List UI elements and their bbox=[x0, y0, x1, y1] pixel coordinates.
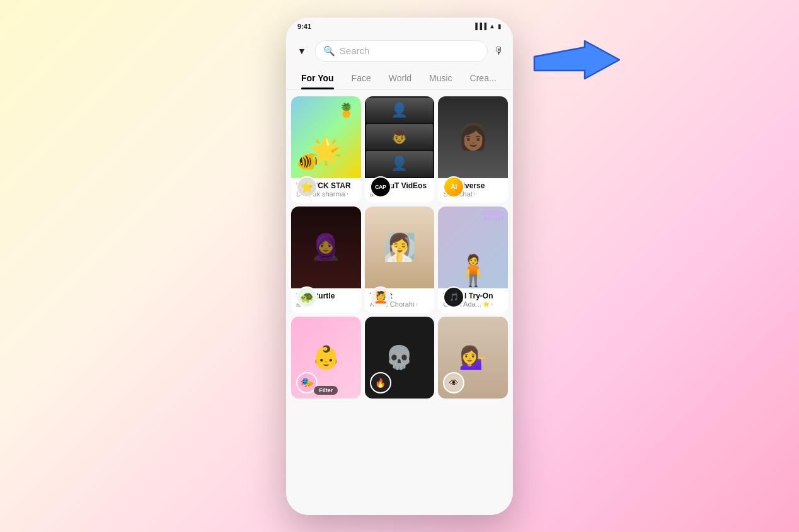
wifi-icon: ▲ bbox=[489, 23, 495, 30]
card-capcut-videos[interactable]: 👤 👦 👤 CAP bbox=[365, 96, 435, 203]
mic-button[interactable]: 🎙 bbox=[494, 45, 504, 57]
card-image-capcut: 👤 👦 👤 bbox=[365, 96, 435, 178]
card-ai-universe[interactable]: 👩🏾 AI AI Universe Snapchat › bbox=[438, 96, 508, 203]
card-image-tervot: 🧖‍♀️ bbox=[365, 207, 435, 288]
creator-avatar-capcut: CAP bbox=[370, 176, 391, 198]
film-frame-3: 👤 bbox=[366, 151, 434, 177]
tab-for-you[interactable]: For You bbox=[292, 67, 343, 89]
battery-icon: ▮ bbox=[498, 23, 502, 30]
tabs-bar: For You Face World Music Crea... bbox=[286, 67, 513, 90]
search-icon: 🔍 bbox=[323, 45, 335, 57]
card-row3c[interactable]: 💁‍♀️ 👁 bbox=[438, 317, 508, 399]
tab-create[interactable]: Crea... bbox=[461, 67, 505, 89]
filter-button[interactable]: Filter bbox=[314, 386, 338, 395]
card-image-virtualtryon: CRASHADAMS 🧍 bbox=[438, 207, 508, 288]
dropdown-button[interactable]: ▼ bbox=[295, 45, 309, 57]
film-frame-1: 👤 bbox=[366, 98, 434, 123]
creator-avatar-row3c: 👁 bbox=[443, 372, 464, 393]
card-row3b[interactable]: 💀 🔥 bbox=[365, 317, 435, 399]
card-patrick-star[interactable]: 🌟 🐠 🍍 ⭐ PATRICK STAR Deepak sharma › bbox=[291, 96, 361, 203]
film-strip: 👤 👦 👤 bbox=[365, 96, 435, 178]
annotation-arrow bbox=[522, 38, 623, 97]
tab-face[interactable]: Face bbox=[343, 67, 380, 89]
search-area: ▼ 🔍 Search 🎙 bbox=[286, 35, 513, 67]
svg-marker-1 bbox=[534, 41, 619, 79]
lens-grid-area: 🌟 🐠 🍍 ⭐ PATRICK STAR Deepak sharma › bbox=[286, 90, 513, 515]
creator-avatar-ai: AI bbox=[443, 176, 464, 198]
card-image-turtle: 🧕 bbox=[291, 207, 361, 288]
tab-music[interactable]: Music bbox=[420, 67, 461, 89]
card-row3a[interactable]: 👶 🎭 Filter bbox=[291, 317, 361, 399]
tab-world[interactable]: World bbox=[380, 67, 420, 89]
phone-frame: 9:41 ▐▐▐ ▲ ▮ ▼ 🔍 Search 🎙 For You Face bbox=[286, 18, 513, 515]
card-virtual-tryon[interactable]: CRASHADAMS 🧍 🎵 Virtual Try-On Crash Ada.… bbox=[438, 207, 508, 313]
creator-avatar-patrick: ⭐ bbox=[296, 176, 318, 198]
creator-avatar-crash: 🎵 bbox=[443, 286, 464, 308]
status-icons: ▐▐▐ ▲ ▮ bbox=[473, 23, 502, 30]
search-bar[interactable]: 🔍 Search bbox=[315, 40, 488, 62]
creator-avatar-row3b: 🔥 bbox=[370, 372, 391, 393]
ai-avatar-icon: AI bbox=[444, 176, 463, 198]
creator-avatar-tervot: 💆 bbox=[370, 286, 391, 308]
status-bar: 9:41 ▐▐▐ ▲ ▮ bbox=[286, 18, 513, 35]
film-frame-2: 👦 bbox=[366, 124, 434, 150]
card-tervot[interactable]: 🧖‍♀️ 💆 Tervot Awais Chorahi › bbox=[365, 207, 435, 313]
card-image-patrick: 🌟 🐠 🍍 bbox=[291, 96, 361, 178]
card-image-ai: 👩🏾 bbox=[438, 96, 508, 178]
signal-icon: ▐▐▐ bbox=[473, 23, 486, 30]
status-time: 9:41 bbox=[297, 23, 311, 30]
lens-grid: 🌟 🐠 🍍 ⭐ PATRICK STAR Deepak sharma › bbox=[286, 90, 513, 405]
card-baby-turtle[interactable]: 🧕 🐢 baby turtle ana › bbox=[291, 207, 361, 313]
search-input[interactable]: Search bbox=[340, 45, 480, 56]
creator-avatar-turtle: 🐢 bbox=[296, 286, 318, 308]
